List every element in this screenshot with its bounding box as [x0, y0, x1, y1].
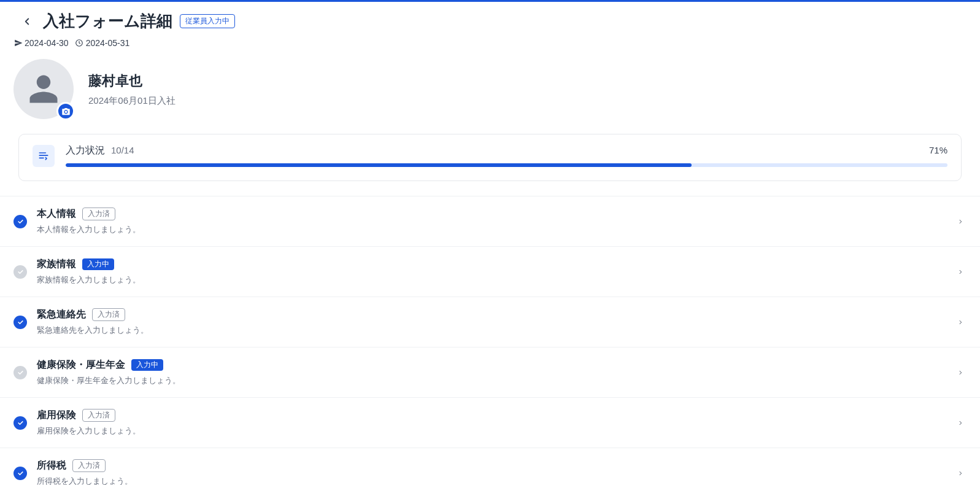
send-date-text: 2024-04-30	[25, 38, 69, 48]
send-date: 2024-04-30	[14, 38, 69, 48]
section-desc: 健康保険・厚生年金を入力しましょう。	[37, 375, 944, 386]
section-body: 家族情報入力中家族情報を入力しましょう。	[37, 258, 944, 285]
progress-fill	[66, 163, 692, 167]
profile-text: 藤村卓也 2024年06月01日入社	[88, 72, 176, 107]
progress-count: 10/14	[111, 145, 134, 155]
progress-card: 入力状況 10/14 71%	[18, 134, 962, 181]
chevron-right-icon	[954, 367, 966, 379]
section-row[interactable]: 所得税入力済所得税を入力しましょう。	[0, 448, 980, 485]
avatar-camera-button[interactable]	[56, 102, 75, 120]
section-list: 本人情報入力済本人情報を入力しましょう。家族情報入力中家族情報を入力しましょう。…	[0, 196, 980, 485]
chevron-right-icon	[954, 316, 966, 328]
section-desc: 所得税を入力しましょう。	[37, 476, 944, 485]
status-chip: 従業員入力中	[180, 14, 235, 28]
progress-icon	[33, 145, 55, 167]
profile-section: 藤村卓也 2024年06月01日入社	[0, 59, 980, 134]
chevron-right-icon	[954, 417, 966, 429]
chevron-right-icon	[954, 467, 966, 479]
section-title: 本人情報	[37, 208, 76, 220]
progress-label: 入力状況	[66, 144, 105, 157]
pending-circle-icon	[14, 366, 27, 379]
section-body: 雇用保険入力済雇用保険を入力しましょう。	[37, 409, 944, 437]
employee-subline: 2024年06月01日入社	[88, 95, 176, 107]
section-status-badge: 入力済	[92, 308, 125, 321]
section-desc: 緊急連絡先を入力しましょう。	[37, 325, 944, 336]
section-row[interactable]: 家族情報入力中家族情報を入力しましょう。	[0, 247, 980, 297]
section-desc: 雇用保険を入力しましょう。	[37, 425, 944, 437]
chevron-right-icon	[954, 266, 966, 278]
page-header: 入社フォーム詳細 従業員入力中	[0, 2, 980, 34]
pending-circle-icon	[14, 265, 27, 279]
section-row[interactable]: 健康保険・厚生年金入力中健康保険・厚生年金を入力しましょう。	[0, 347, 980, 398]
section-title: 所得税	[37, 459, 66, 472]
check-circle-icon	[14, 467, 27, 480]
page-title: 入社フォーム詳細	[43, 10, 172, 32]
section-body: 本人情報入力済本人情報を入力しましょう。	[37, 208, 944, 235]
check-circle-icon	[14, 316, 27, 329]
employee-name: 藤村卓也	[88, 72, 176, 90]
dates-row: 2024-04-30 2024-05-31	[0, 34, 980, 59]
section-status-badge: 入力済	[82, 208, 115, 220]
section-title: 家族情報	[37, 258, 76, 271]
section-status-badge: 入力中	[131, 359, 163, 371]
send-icon	[14, 39, 23, 48]
section-row[interactable]: 雇用保険入力済雇用保険を入力しましょう。	[0, 398, 980, 448]
avatar-wrap	[14, 59, 74, 119]
section-desc: 本人情報を入力しましょう。	[37, 224, 944, 235]
progress-bar	[66, 163, 947, 167]
due-date: 2024-05-31	[75, 38, 130, 48]
section-row[interactable]: 本人情報入力済本人情報を入力しましょう。	[0, 196, 980, 247]
section-status-badge: 入力済	[82, 409, 115, 422]
due-date-text: 2024-05-31	[86, 38, 130, 48]
section-body: 緊急連絡先入力済緊急連絡先を入力しましょう。	[37, 308, 944, 336]
section-desc: 家族情報を入力しましょう。	[37, 274, 944, 285]
section-title: 雇用保険	[37, 409, 76, 422]
progress-body: 入力状況 10/14 71%	[66, 144, 947, 167]
chevron-right-icon	[954, 215, 966, 228]
section-body: 健康保険・厚生年金入力中健康保険・厚生年金を入力しましょう。	[37, 359, 944, 386]
section-title: 緊急連絡先	[37, 308, 86, 321]
section-status-badge: 入力済	[72, 459, 106, 472]
back-button[interactable]	[18, 13, 36, 30]
check-circle-icon	[14, 416, 27, 430]
section-body: 所得税入力済所得税を入力しましょう。	[37, 459, 944, 485]
progress-percent: 71%	[929, 145, 947, 155]
clock-icon	[75, 39, 84, 48]
section-status-badge: 入力中	[82, 258, 114, 270]
section-row[interactable]: 緊急連絡先入力済緊急連絡先を入力しましょう。	[0, 297, 980, 347]
check-circle-icon	[14, 215, 27, 228]
section-title: 健康保険・厚生年金	[37, 359, 125, 371]
